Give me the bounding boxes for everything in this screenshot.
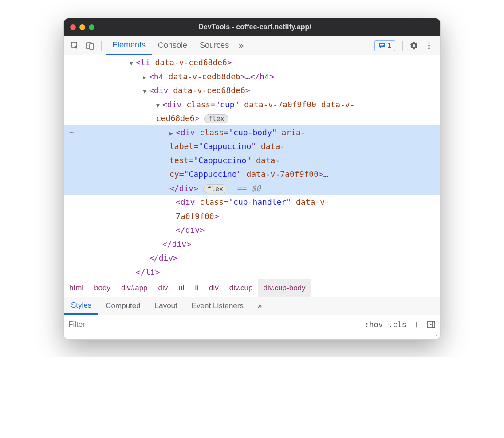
dom-tree[interactable]: ▼<li data-v-ced68de6> ▶<h4 data-v-ced68d… <box>64 55 440 279</box>
new-style-rule-button[interactable]: ＋ <box>412 318 421 331</box>
dom-node-div-open[interactable]: ▼<div data-v-ced68de6> <box>64 83 440 98</box>
issues-count: 1 <box>387 42 391 50</box>
dom-close-li[interactable]: </li> <box>64 265 440 279</box>
subtab-computed[interactable]: Computed <box>98 297 147 315</box>
svg-rect-3 <box>379 43 385 47</box>
dom-node-cup-handler[interactable]: <div class="cup-handler" data-v-7a0f9f00… <box>64 195 440 237</box>
window-title: DevTools - coffee-cart.netlify.app/ <box>102 23 407 31</box>
device-toolbar-icon[interactable] <box>83 39 97 52</box>
flex-badge[interactable]: flex <box>204 114 228 123</box>
toggle-computed-sidebar-icon[interactable] <box>427 320 436 329</box>
titlebar: DevTools - coffee-cart.netlify.app/ <box>64 18 440 36</box>
dom-close-div[interactable]: </div> <box>64 237 440 251</box>
tab-elements[interactable]: Elements <box>106 36 152 55</box>
close-window-button[interactable] <box>70 24 76 30</box>
subtab-event-listeners[interactable]: Event Listeners <box>185 297 251 315</box>
styles-filterbar: :hov .cls ＋ <box>64 315 440 334</box>
window-controls <box>70 24 94 30</box>
panel-tabs: Elements Console Sources » <box>106 36 373 55</box>
dom-node-li-open[interactable]: ▼<li data-v-ced68de6> <box>64 55 440 70</box>
hov-toggle[interactable]: :hov <box>365 320 383 329</box>
minimize-window-button[interactable] <box>79 24 85 30</box>
crumb-li[interactable]: li <box>190 279 204 297</box>
crumb-div2[interactable]: div <box>204 279 224 297</box>
svg-point-8 <box>428 47 430 49</box>
maximize-window-button[interactable] <box>89 24 94 30</box>
selected-ref: == $0 <box>237 184 261 193</box>
more-tabs-button[interactable]: » <box>235 40 247 51</box>
kebab-menu-icon[interactable] <box>422 39 436 52</box>
tab-sources[interactable]: Sources <box>193 36 235 55</box>
devtools-window: DevTools - coffee-cart.netlify.app/ Elem… <box>63 18 441 340</box>
issues-badge[interactable]: 1 <box>374 40 395 51</box>
crumb-body[interactable]: body <box>89 279 116 297</box>
crumb-ul[interactable]: ul <box>173 279 189 297</box>
subtab-styles[interactable]: Styles <box>64 297 98 315</box>
crumb-div[interactable]: div <box>153 279 173 297</box>
dom-breadcrumbs: html body div#app div ul li div div.cup … <box>64 279 440 297</box>
crumb-div-app[interactable]: div#app <box>116 279 153 297</box>
dom-node-h4[interactable]: ▶<h4 data-v-ced68de6>…</h4> <box>64 70 440 84</box>
crumb-html[interactable]: html <box>64 279 89 297</box>
more-subtabs-button[interactable]: » <box>251 297 269 315</box>
svg-rect-2 <box>90 44 94 49</box>
tab-console[interactable]: Console <box>152 36 193 55</box>
crumb-div-cup[interactable]: div.cup <box>224 279 258 297</box>
cls-toggle[interactable]: .cls <box>388 320 406 329</box>
separator <box>101 41 102 51</box>
main-toolbar: Elements Console Sources » 1 <box>64 36 440 55</box>
dom-close-div[interactable]: </div> <box>64 251 440 265</box>
styles-subtabs: Styles Computed Layout Event Listeners » <box>64 297 440 315</box>
svg-point-7 <box>428 45 430 47</box>
dom-node-cup[interactable]: ▼<div class="cup" data-v-7a0f9f00 data-v… <box>64 98 440 125</box>
subtab-layout[interactable]: Layout <box>148 297 185 315</box>
settings-icon[interactable] <box>407 39 421 52</box>
flex-badge[interactable]: flex <box>203 184 227 193</box>
svg-rect-4 <box>380 44 384 45</box>
svg-point-6 <box>428 42 430 44</box>
gutter-ellipsis-icon[interactable]: ⋯ <box>69 125 81 140</box>
dom-node-cup-body-selected[interactable]: ⋯▶<div class="cup-body" aria-label="Capp… <box>64 125 440 196</box>
crumb-div-cup-body[interactable]: div.cup-body <box>258 279 311 297</box>
svg-rect-5 <box>380 45 383 46</box>
message-icon <box>378 42 386 49</box>
separator <box>402 41 403 51</box>
styles-filter-input[interactable] <box>68 320 359 329</box>
window-resize-corner[interactable] <box>64 334 440 339</box>
inspect-element-icon[interactable] <box>68 39 82 52</box>
